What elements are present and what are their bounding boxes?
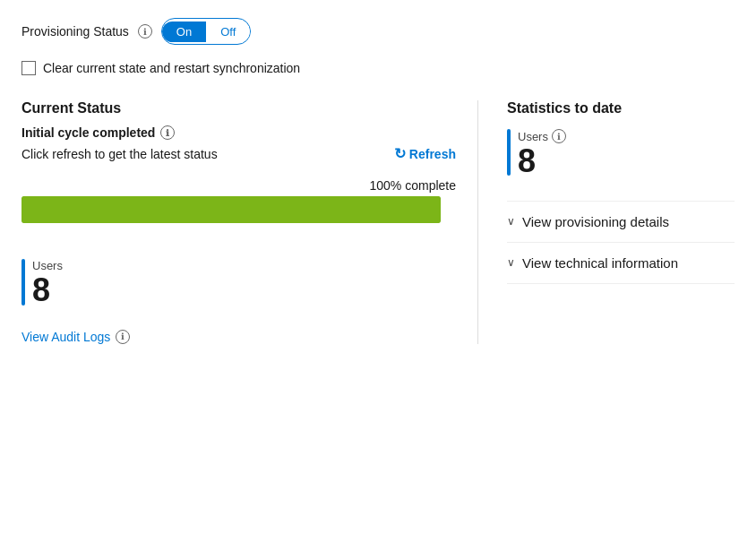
clear-state-row[interactable]: Clear current state and restart synchron… [21, 61, 735, 75]
statistics-users-block: Users ℹ 8 [507, 129, 735, 179]
users-stats-left: Users 8 [21, 259, 456, 308]
refresh-row: Click refresh to get the latest status ↻… [21, 145, 456, 162]
view-technical-information-item[interactable]: ∨ View technical information [507, 242, 735, 284]
audit-link-row: View Audit Logs ℹ [21, 330, 456, 344]
provisioning-details-chevron-icon: ∨ [507, 215, 515, 228]
users-accent-bar-left [21, 259, 25, 306]
users-count-left: 8 [32, 272, 63, 308]
audit-logs-info-icon[interactable]: ℹ [116, 330, 130, 344]
stats-accent-bar [507, 129, 511, 176]
refresh-button-label: Refresh [409, 147, 456, 161]
progress-bar-fill [21, 196, 441, 223]
status-row: Initial cycle completed ℹ [21, 125, 456, 140]
toggle-on-option[interactable]: On [162, 22, 206, 42]
main-layout: Current Status Initial cycle completed ℹ… [21, 100, 735, 344]
progress-label: 100% complete [21, 178, 456, 193]
toggle-off-option[interactable]: Off [206, 22, 250, 42]
status-info-icon[interactable]: ℹ [160, 125, 175, 140]
refresh-icon: ↻ [394, 145, 406, 162]
provisioning-status-row: Provisioning Status ℹ On Off [21, 18, 735, 45]
clear-state-checkbox[interactable] [21, 61, 36, 75]
stats-users-count: 8 [518, 143, 566, 179]
stats-users-info: Users ℹ 8 [518, 129, 566, 179]
current-status-section: Current Status Initial cycle completed ℹ… [21, 100, 478, 344]
provisioning-details-label: View provisioning details [522, 214, 669, 229]
status-label: Initial cycle completed [21, 125, 155, 140]
statistics-title: Statistics to date [507, 100, 735, 116]
refresh-hint: Click refresh to get the latest status [21, 147, 218, 161]
users-bar-accent-left: Users 8 [21, 259, 456, 308]
stats-users-label: Users ℹ [518, 129, 566, 143]
technical-info-chevron-icon: ∨ [507, 256, 515, 269]
technical-info-label: View technical information [522, 255, 678, 271]
current-status-title: Current Status [21, 100, 456, 116]
provisioning-toggle[interactable]: On Off [161, 18, 251, 45]
users-label-left: Users [32, 259, 63, 272]
stats-users-info-icon[interactable]: ℹ [552, 129, 566, 143]
progress-bar-background [21, 196, 441, 223]
view-provisioning-details-item[interactable]: ∨ View provisioning details [507, 201, 735, 242]
clear-state-label: Clear current state and restart synchron… [43, 61, 300, 75]
provisioning-status-label: Provisioning Status [21, 24, 129, 39]
view-audit-logs-link[interactable]: View Audit Logs [21, 330, 110, 344]
users-info-left: Users 8 [32, 259, 63, 308]
statistics-section: Statistics to date Users ℹ 8 ∨ View prov… [478, 100, 735, 344]
refresh-button[interactable]: ↻ Refresh [394, 145, 456, 162]
provisioning-status-info-icon[interactable]: ℹ [138, 24, 152, 39]
